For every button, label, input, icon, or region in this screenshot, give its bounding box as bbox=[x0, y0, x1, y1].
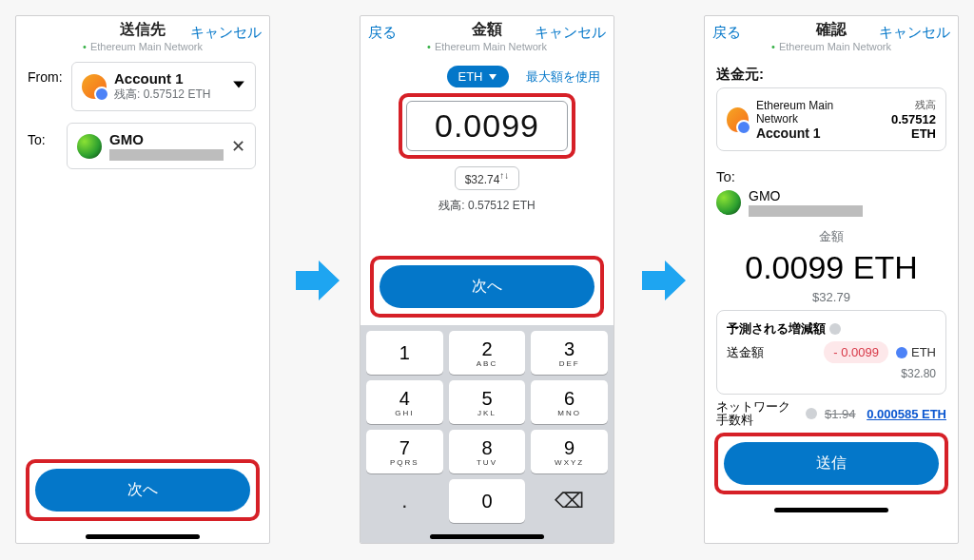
to-label: To: bbox=[20, 119, 57, 147]
send-amount-fiat: $32.80 bbox=[901, 367, 936, 380]
recipient-name: GMO bbox=[749, 188, 863, 203]
netfee-label: ネットワーク手数料 bbox=[716, 400, 802, 427]
key-1[interactable]: 1 bbox=[366, 331, 443, 375]
key-2[interactable]: 2ABC bbox=[449, 331, 526, 375]
info-icon bbox=[829, 323, 841, 335]
network-indicator: Ethereum Main Network bbox=[360, 41, 614, 52]
predicted-card: 予測される増減額 送金額 - 0.0099 ETH $32.80 bbox=[716, 310, 946, 395]
key-dot[interactable]: . bbox=[366, 479, 443, 523]
from-label: From: bbox=[20, 58, 62, 85]
account-avatar-icon bbox=[727, 107, 749, 132]
amount-value: 0.0099 ETH bbox=[705, 249, 958, 286]
amount-input[interactable]: 0.0099 bbox=[406, 101, 568, 151]
account-avatar-icon bbox=[82, 74, 107, 99]
to-recipient-field[interactable]: GMO ✕ bbox=[67, 123, 256, 169]
contact-avatar-icon bbox=[716, 190, 741, 215]
address-redacted bbox=[749, 205, 863, 217]
use-max-link[interactable]: 最大額を使用 bbox=[524, 68, 600, 86]
account-balance: 残高: 0.57512 ETH bbox=[114, 87, 210, 103]
recipient-name: GMO bbox=[109, 131, 224, 147]
numeric-keypad: 1 2ABC 3DEF 4GHI 5JKL 6MNO 7PQRS 8TUV 9W… bbox=[360, 325, 614, 529]
netfee-strike: $1.94 bbox=[825, 407, 856, 421]
home-indicator bbox=[430, 534, 544, 539]
key-9[interactable]: 9WXYZ bbox=[531, 430, 608, 473]
highlight-frame: 0.0099 bbox=[399, 93, 575, 159]
key-7[interactable]: 7PQRS bbox=[366, 430, 443, 473]
to-heading: To: bbox=[716, 168, 946, 184]
home-indicator bbox=[774, 508, 888, 512]
send-amount-delta: - 0.0099 bbox=[824, 341, 888, 363]
contact-avatar-icon bbox=[77, 134, 102, 159]
chevron-down-icon bbox=[232, 78, 245, 95]
address-redacted bbox=[109, 149, 224, 161]
highlight-frame: 次へ bbox=[370, 256, 604, 318]
info-icon bbox=[806, 408, 817, 419]
network-indicator: Ethereum Main Network bbox=[705, 41, 958, 52]
amount-fiat: $32.79 bbox=[705, 290, 958, 304]
highlight-frame: 送信 bbox=[714, 433, 948, 494]
key-3[interactable]: 3DEF bbox=[531, 331, 608, 375]
balance-value: 0.57512 ETH bbox=[871, 112, 936, 141]
screen-send-to: 送信先 キャンセル Ethereum Main Network From: Ac… bbox=[15, 15, 270, 544]
key-delete[interactable]: ⌫ bbox=[531, 479, 608, 523]
next-arrow-icon bbox=[640, 257, 688, 304]
amount-heading: 金額 bbox=[705, 228, 958, 245]
send-amount-label: 送金額 bbox=[727, 344, 764, 361]
predicted-heading: 予測される増減額 bbox=[727, 320, 826, 338]
source-card: Ethereum Main Network Account 1 残高 0.575… bbox=[716, 87, 946, 151]
network-indicator: Ethereum Main Network bbox=[16, 41, 269, 52]
source-account: Account 1 bbox=[756, 126, 865, 141]
highlight-frame: 次へ bbox=[26, 459, 260, 521]
balance-label: 残高 bbox=[871, 98, 936, 112]
key-6[interactable]: 6MNO bbox=[531, 380, 608, 424]
key-8[interactable]: 8TUV bbox=[449, 430, 526, 473]
unit-eth: ETH bbox=[896, 345, 936, 359]
key-5[interactable]: 5JKL bbox=[449, 380, 526, 424]
screen-confirm: 戻る 確認 キャンセル Ethereum Main Network 送金元: E… bbox=[704, 15, 959, 544]
next-arrow-icon bbox=[294, 257, 341, 304]
source-heading: 送金元: bbox=[716, 66, 946, 84]
cancel-button[interactable]: キャンセル bbox=[535, 24, 606, 42]
next-button[interactable]: 次へ bbox=[35, 469, 250, 512]
cancel-button[interactable]: キャンセル bbox=[190, 24, 262, 42]
from-account-selector[interactable]: Account 1 残高: 0.57512 ETH bbox=[71, 62, 256, 111]
netfee-eth-link[interactable]: 0.000585 ETH bbox=[867, 407, 946, 421]
fiat-swap-button[interactable]: $32.74↑↓ bbox=[455, 166, 520, 190]
key-0[interactable]: 0 bbox=[449, 479, 526, 523]
cancel-button[interactable]: キャンセル bbox=[879, 24, 950, 42]
screen-amount: 戻る 金額 キャンセル Ethereum Main Network ETH 最大… bbox=[360, 15, 614, 544]
account-name: Account 1 bbox=[114, 70, 210, 87]
home-indicator bbox=[86, 534, 200, 539]
key-4[interactable]: 4GHI bbox=[366, 380, 443, 424]
balance-label: 残高: 0.57512 ETH bbox=[360, 198, 614, 214]
next-button[interactable]: 次へ bbox=[380, 265, 594, 308]
send-button[interactable]: 送信 bbox=[724, 442, 939, 485]
asset-selector[interactable]: ETH bbox=[447, 66, 509, 87]
source-network: Ethereum Main Network bbox=[756, 99, 865, 126]
clear-recipient-button[interactable]: ✕ bbox=[231, 136, 245, 157]
